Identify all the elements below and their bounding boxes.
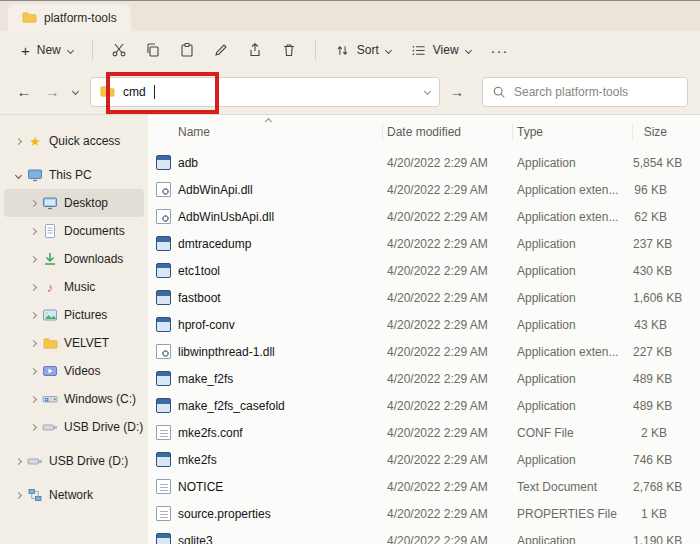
file-type: Application bbox=[513, 156, 633, 170]
table-row[interactable]: adb 4/20/2022 2:29 AM Application 5,854 … bbox=[148, 149, 700, 176]
address-bar[interactable]: cmd bbox=[90, 77, 440, 107]
paste-button[interactable] bbox=[171, 35, 203, 65]
cut-icon bbox=[111, 42, 127, 58]
file-size: 96 KB bbox=[633, 183, 693, 197]
view-icon bbox=[411, 43, 426, 58]
sidebar-item-downloads[interactable]: Downloads bbox=[4, 245, 144, 273]
table-row[interactable]: AdbWinApi.dll 4/20/2022 2:29 AM Applicat… bbox=[148, 176, 700, 203]
sidebar-item-network[interactable]: Network bbox=[4, 481, 144, 509]
file-name: etc1tool bbox=[176, 264, 383, 278]
file-size: 1,606 KB bbox=[633, 291, 693, 305]
sort-button-label: Sort bbox=[357, 43, 379, 57]
see-more-button[interactable]: ··· bbox=[482, 36, 518, 65]
sidebar-item-usb-drive-d[interactable]: USB Drive (D:) bbox=[4, 413, 144, 441]
file-type: Text Document bbox=[513, 480, 633, 494]
copy-button[interactable] bbox=[137, 35, 169, 65]
rename-icon bbox=[213, 42, 229, 58]
recent-locations-button[interactable] bbox=[66, 89, 84, 94]
file-date-modified: 4/20/2022 2:29 AM bbox=[383, 183, 513, 197]
file-type: Application exten... bbox=[513, 183, 633, 197]
search-input[interactable] bbox=[514, 85, 678, 99]
file-name: hprof-conv bbox=[176, 318, 383, 332]
sort-icon bbox=[335, 43, 350, 58]
downloads-icon bbox=[42, 251, 58, 267]
table-row[interactable]: etc1tool 4/20/2022 2:29 AM Application 4… bbox=[148, 257, 700, 284]
sidebar-item-documents[interactable]: Documents bbox=[4, 217, 144, 245]
column-header-size[interactable]: Size bbox=[633, 123, 693, 141]
table-row[interactable]: sqlite3 4/20/2022 2:29 AM Application 1,… bbox=[148, 527, 700, 544]
chevron-right-icon bbox=[15, 457, 22, 464]
file-type: Application exten... bbox=[513, 345, 633, 359]
file-size: 746 KB bbox=[633, 453, 693, 467]
navigation-pane: ★ Quick access This PC Desktop bbox=[0, 115, 148, 544]
sidebar-item-label: Downloads bbox=[64, 252, 123, 266]
toolbar-separator bbox=[92, 40, 93, 60]
chevron-right-icon bbox=[30, 311, 37, 318]
file-icon bbox=[156, 398, 171, 413]
navigation-bar: ← → cmd → bbox=[0, 69, 700, 115]
back-button[interactable]: ← bbox=[10, 78, 38, 106]
rename-button[interactable] bbox=[205, 35, 237, 65]
table-row[interactable]: mke2fs 4/20/2022 2:29 AM Application 746… bbox=[148, 446, 700, 473]
explorer-tab[interactable]: platform-tools bbox=[8, 4, 131, 31]
sidebar-item-this-pc[interactable]: This PC bbox=[4, 161, 144, 189]
share-button[interactable] bbox=[239, 35, 271, 65]
sidebar-item-music[interactable]: ♪ Music bbox=[4, 273, 144, 301]
file-date-modified: 4/20/2022 2:29 AM bbox=[383, 453, 513, 467]
address-input-value[interactable]: cmd bbox=[123, 85, 146, 99]
file-date-modified: 4/20/2022 2:29 AM bbox=[383, 534, 513, 544]
sidebar-item-pictures[interactable]: Pictures bbox=[4, 301, 144, 329]
sort-button[interactable]: Sort bbox=[326, 37, 400, 64]
file-date-modified: 4/20/2022 2:29 AM bbox=[383, 291, 513, 305]
file-type: Application bbox=[513, 237, 633, 251]
file-size: 2,768 KB bbox=[633, 480, 693, 494]
new-button[interactable]: + New bbox=[12, 37, 82, 64]
file-type: Application bbox=[513, 318, 633, 332]
file-type: Application bbox=[513, 453, 633, 467]
file-icon bbox=[156, 371, 171, 386]
sidebar-item-desktop[interactable]: Desktop bbox=[4, 189, 144, 217]
file-icon bbox=[156, 182, 171, 197]
go-to-button[interactable]: → bbox=[444, 78, 470, 106]
table-row[interactable]: make_f2fs_casefold 4/20/2022 2:29 AM App… bbox=[148, 392, 700, 419]
table-row[interactable]: make_f2fs 4/20/2022 2:29 AM Application … bbox=[148, 365, 700, 392]
forward-button[interactable]: → bbox=[38, 78, 66, 106]
table-row[interactable]: libwinpthread-1.dll 4/20/2022 2:29 AM Ap… bbox=[148, 338, 700, 365]
sidebar-item-videos[interactable]: Videos bbox=[4, 357, 144, 385]
delete-button[interactable] bbox=[273, 35, 305, 65]
table-row[interactable]: AdbWinUsbApi.dll 4/20/2022 2:29 AM Appli… bbox=[148, 203, 700, 230]
view-button[interactable]: View bbox=[402, 37, 480, 64]
folder-icon bbox=[100, 84, 115, 99]
address-dropdown-icon[interactable] bbox=[424, 88, 431, 95]
sidebar-item-label: Music bbox=[64, 280, 95, 294]
file-icon bbox=[156, 533, 171, 544]
folder-icon bbox=[42, 335, 58, 351]
sidebar-item-velvet[interactable]: VELVET bbox=[4, 329, 144, 357]
file-icon bbox=[156, 263, 171, 278]
view-button-label: View bbox=[433, 43, 459, 57]
table-row[interactable]: source.properties 4/20/2022 2:29 AM PROP… bbox=[148, 500, 700, 527]
sidebar-item-label: Videos bbox=[64, 364, 100, 378]
cut-button[interactable] bbox=[103, 35, 135, 65]
table-row[interactable]: fastboot 4/20/2022 2:29 AM Application 1… bbox=[148, 284, 700, 311]
column-header-date-modified[interactable]: Date modified bbox=[383, 123, 513, 141]
file-name: source.properties bbox=[176, 507, 383, 521]
file-date-modified: 4/20/2022 2:29 AM bbox=[383, 399, 513, 413]
sidebar-item-windows-c[interactable]: Windows (C:) bbox=[4, 385, 144, 413]
sidebar-item-quick-access[interactable]: ★ Quick access bbox=[4, 127, 144, 155]
sidebar-item-usb-drive-d-root[interactable]: USB Drive (D:) bbox=[4, 447, 144, 475]
table-row[interactable]: dmtracedump 4/20/2022 2:29 AM Applicatio… bbox=[148, 230, 700, 257]
desktop-icon bbox=[42, 195, 58, 211]
column-header-name[interactable]: Name bbox=[176, 123, 383, 141]
column-header-type[interactable]: Type bbox=[513, 123, 633, 141]
chevron-down-icon bbox=[465, 46, 472, 53]
table-row[interactable]: NOTICE 4/20/2022 2:29 AM Text Document 2… bbox=[148, 473, 700, 500]
chevron-down-icon bbox=[15, 171, 22, 178]
file-name: make_f2fs bbox=[176, 372, 383, 386]
search-box[interactable] bbox=[482, 77, 688, 107]
table-row[interactable]: hprof-conv 4/20/2022 2:29 AM Application… bbox=[148, 311, 700, 338]
table-row[interactable]: mke2fs.conf 4/20/2022 2:29 AM CONF File … bbox=[148, 419, 700, 446]
file-size: 489 KB bbox=[633, 372, 693, 386]
file-list-pane: Name Date modified Type Size adb 4/20/20… bbox=[148, 115, 700, 544]
sidebar-item-label: VELVET bbox=[64, 336, 109, 350]
